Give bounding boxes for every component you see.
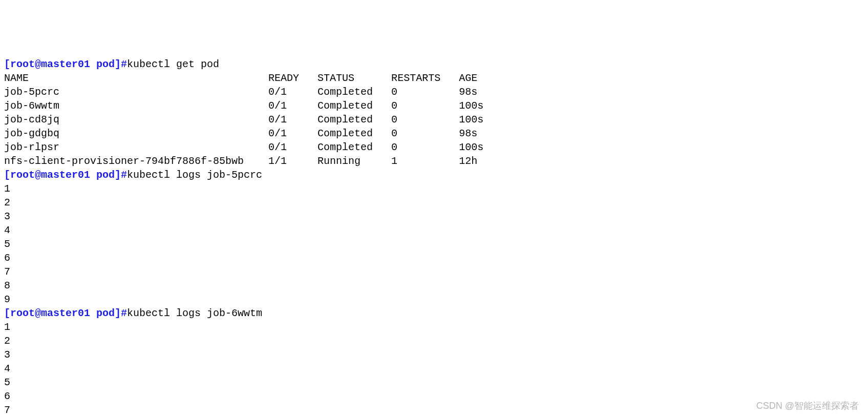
table-row: job-5pcrc 0/1 Completed 0 98s	[4, 86, 477, 98]
log-line: 6	[4, 390, 10, 402]
shell-command: kubectl logs job-5pcrc	[127, 169, 262, 181]
log-line: 3	[4, 211, 10, 222]
log-line: 2	[4, 197, 10, 209]
log-line: 4	[4, 224, 10, 236]
table-row: job-6wwtm 0/1 Completed 0 100s	[4, 100, 483, 112]
log-line: 5	[4, 238, 10, 250]
log-line: 7	[4, 266, 10, 278]
table-row: job-cd8jq 0/1 Completed 0 100s	[4, 114, 483, 126]
log-line: 1	[4, 321, 10, 333]
log-line: 2	[4, 335, 10, 347]
log-line: 6	[4, 252, 10, 264]
log-line: 4	[4, 363, 10, 374]
log-line: 7	[4, 404, 10, 416]
shell-prompt: [root@master01 pod]#	[4, 169, 127, 181]
log-line: 3	[4, 349, 10, 361]
watermark-text: CSDN @智能运维探索者	[756, 400, 859, 412]
shell-prompt: [root@master01 pod]#	[4, 307, 127, 319]
log-line: 1	[4, 183, 10, 195]
table-row: job-gdgbq 0/1 Completed 0 98s	[4, 128, 477, 139]
table-row: nfs-client-provisioner-794bf7886f-85bwb …	[4, 155, 477, 167]
shell-command: kubectl get pod	[127, 58, 219, 70]
table-row: job-rlpsr 0/1 Completed 0 100s	[4, 141, 483, 153]
table-header: NAME READY STATUS RESTARTS AGE	[4, 72, 477, 84]
log-line: 8	[4, 280, 10, 291]
terminal-output[interactable]: [root@master01 pod]#kubectl get pod NAME…	[4, 57, 864, 417]
log-line: 5	[4, 377, 10, 388]
shell-prompt: [root@master01 pod]#	[4, 58, 127, 70]
log-line: 9	[4, 294, 10, 305]
shell-command: kubectl logs job-6wwtm	[127, 307, 262, 319]
